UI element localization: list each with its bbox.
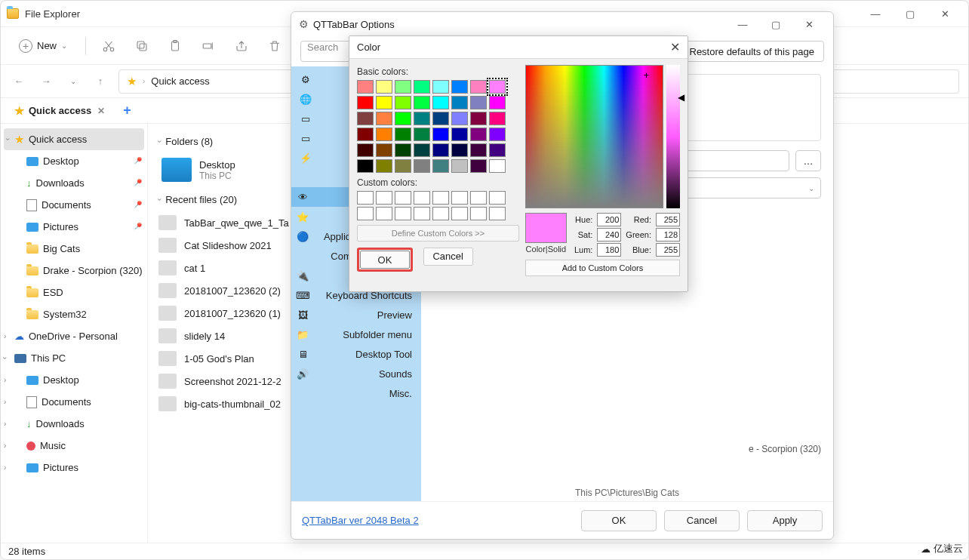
- tab-quick-access[interactable]: ★ Quick access ✕: [8, 101, 111, 121]
- color-swatch[interactable]: [489, 112, 506, 125]
- color-swatch[interactable]: [376, 96, 392, 109]
- custom-swatch[interactable]: [489, 191, 506, 205]
- minimize-button[interactable]: —: [726, 14, 759, 35]
- ok-button[interactable]: OK: [581, 510, 657, 531]
- close-button[interactable]: ✕: [927, 2, 962, 25]
- color-swatch[interactable]: [432, 159, 449, 173]
- color-swatch[interactable]: [414, 128, 430, 141]
- color-swatch[interactable]: [357, 128, 374, 141]
- cut-button[interactable]: [95, 32, 122, 60]
- sidebar-item-sounds[interactable]: 🔊Sounds: [291, 364, 421, 383]
- tree-node-drake-scorpion-320-[interactable]: Drake - Scorpion (320): [1, 260, 147, 282]
- custom-swatch[interactable]: [395, 191, 411, 205]
- color-swatch[interactable]: [451, 143, 468, 157]
- custom-swatch[interactable]: [395, 207, 411, 220]
- hue-input[interactable]: [597, 213, 621, 226]
- color-swatch[interactable]: [414, 112, 430, 125]
- new-tab-button[interactable]: +: [123, 103, 131, 118]
- custom-swatch[interactable]: [414, 191, 430, 205]
- delete-button[interactable]: [261, 32, 288, 60]
- color-swatch[interactable]: [489, 96, 506, 109]
- copy-button[interactable]: [128, 32, 155, 60]
- minimize-button[interactable]: —: [858, 2, 893, 25]
- tree-node-pictures[interactable]: ›Pictures: [1, 457, 147, 478]
- luminance-slider[interactable]: ◀: [666, 65, 680, 208]
- color-swatch[interactable]: [470, 143, 487, 157]
- custom-swatch[interactable]: [357, 191, 374, 205]
- color-swatch[interactable]: [470, 112, 487, 125]
- apply-button[interactable]: Apply: [747, 510, 823, 531]
- new-button[interactable]: + New ⌄: [10, 35, 76, 57]
- tree-node-downloads[interactable]: ›↓Downloads: [1, 413, 147, 435]
- color-swatch[interactable]: [470, 128, 487, 141]
- sidebar-item-preview[interactable]: 🖼Preview: [291, 305, 421, 325]
- tree-node-music[interactable]: ›Music: [1, 435, 147, 457]
- sidebar-item-desktop-tool[interactable]: 🖥Desktop Tool: [291, 344, 421, 364]
- tree-node-onedrive-personal[interactable]: ›☁OneDrive - Personal: [1, 325, 147, 347]
- color-swatch[interactable]: [451, 80, 468, 94]
- color-swatch[interactable]: [432, 128, 449, 141]
- share-button[interactable]: [228, 32, 255, 60]
- sat-input[interactable]: [597, 228, 621, 242]
- rename-button[interactable]: [195, 32, 222, 60]
- version-link[interactable]: QTTabBar ver 2048 Beta 2: [302, 515, 419, 526]
- sidebar-item-misc-[interactable]: Misc.: [291, 383, 421, 403]
- color-swatch[interactable]: [376, 128, 392, 141]
- back-button[interactable]: ←: [10, 72, 28, 91]
- color-swatch[interactable]: [395, 96, 411, 109]
- custom-swatch[interactable]: [451, 207, 468, 220]
- green-input[interactable]: [656, 228, 680, 242]
- custom-swatch[interactable]: [451, 191, 468, 205]
- tree-node-pictures[interactable]: Pictures📍: [1, 216, 147, 238]
- close-icon[interactable]: ✕: [670, 40, 680, 54]
- color-spectrum[interactable]: +: [525, 65, 663, 208]
- maximize-button[interactable]: ▢: [893, 2, 927, 25]
- custom-swatch[interactable]: [489, 207, 506, 220]
- forward-button[interactable]: →: [37, 72, 55, 91]
- color-swatch[interactable]: [470, 96, 487, 109]
- tab-close-icon[interactable]: ✕: [97, 106, 105, 116]
- color-swatch[interactable]: [357, 96, 374, 109]
- add-to-custom-button[interactable]: Add to Custom Colors: [525, 260, 680, 276]
- cancel-button[interactable]: Cancel: [664, 510, 740, 531]
- color-swatch[interactable]: [451, 112, 468, 125]
- color-swatch[interactable]: [470, 80, 487, 94]
- color-swatch[interactable]: [376, 159, 392, 173]
- custom-swatch[interactable]: [414, 207, 430, 220]
- custom-swatch[interactable]: [432, 191, 449, 205]
- tree-node-system32[interactable]: System32: [1, 303, 147, 325]
- color-swatch[interactable]: [376, 80, 392, 94]
- tree-node-documents[interactable]: ›Documents: [1, 391, 147, 413]
- color-swatch[interactable]: [395, 80, 411, 94]
- color-swatch[interactable]: [489, 80, 506, 94]
- color-swatch[interactable]: [376, 112, 392, 125]
- color-swatch[interactable]: [451, 96, 468, 109]
- close-button[interactable]: ✕: [792, 14, 826, 35]
- custom-swatch[interactable]: [470, 191, 487, 205]
- color-swatch[interactable]: [489, 143, 506, 157]
- tree-node-documents[interactable]: Documents📍: [1, 194, 147, 216]
- more-button[interactable]: …: [795, 150, 821, 171]
- color-swatch[interactable]: [451, 159, 468, 173]
- color-swatch[interactable]: [357, 159, 374, 173]
- color-swatch[interactable]: [432, 112, 449, 125]
- custom-swatch[interactable]: [470, 207, 487, 220]
- tree-node-desktop[interactable]: ›Desktop: [1, 369, 147, 391]
- color-cancel-button[interactable]: Cancel: [423, 248, 473, 266]
- color-swatch[interactable]: [414, 96, 430, 109]
- color-swatch[interactable]: [395, 159, 411, 173]
- restore-defaults-button[interactable]: Restore defaults of this page: [680, 41, 825, 62]
- color-swatch[interactable]: [357, 80, 374, 94]
- define-custom-colors-button[interactable]: Define Custom Colors >>: [357, 225, 519, 242]
- color-swatch[interactable]: [432, 143, 449, 157]
- history-button[interactable]: ⌄: [64, 72, 82, 91]
- custom-swatch[interactable]: [376, 191, 392, 205]
- tree-node-this-pc[interactable]: ›This PC: [1, 347, 147, 369]
- color-swatch[interactable]: [414, 159, 430, 173]
- color-swatch[interactable]: [414, 143, 430, 157]
- blue-input[interactable]: [656, 243, 680, 257]
- color-swatch[interactable]: [451, 128, 468, 141]
- custom-swatch[interactable]: [376, 207, 392, 220]
- color-swatch[interactable]: [414, 80, 430, 94]
- up-button[interactable]: ↑: [91, 72, 109, 91]
